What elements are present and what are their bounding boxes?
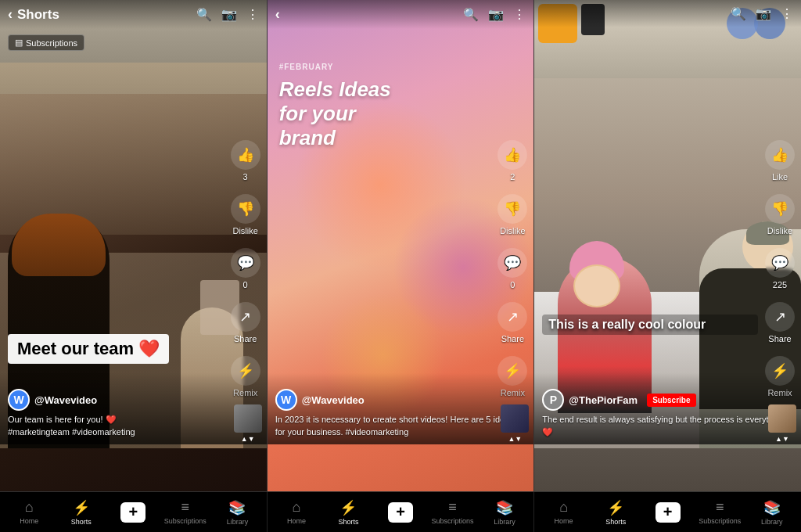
screen2-camera-icon[interactable]: 📷 bbox=[488, 7, 504, 22]
reels-text-overlay: #FEBRUARY Reels Ideasfor yourbrand bbox=[279, 63, 391, 157]
nav-library-1[interactable]: 📚 Library bbox=[211, 499, 264, 526]
screen2-channel-row: W @Wavevideo bbox=[275, 389, 526, 411]
screen1-top-bar: ‹ Shorts 🔍 📷 ⋮ bbox=[0, 0, 267, 29]
screen1-avatar: W bbox=[8, 389, 30, 411]
nav-subscriptions-2[interactable]: ≡ Subscriptions bbox=[426, 499, 479, 525]
nav-subscriptions-1[interactable]: ≡ Subscriptions bbox=[160, 499, 212, 525]
share-icon: ↗ bbox=[231, 302, 260, 332]
screen3-comments-icon: 💬 bbox=[765, 248, 795, 278]
screen2-comments-count: 0 bbox=[510, 280, 515, 289]
screen3-right-actions: 👍 Like 👎 Dislike 💬 225 ↗ Share ⚡ Remix bbox=[765, 140, 795, 397]
screen3-avatar: P bbox=[542, 389, 564, 411]
screen3-channel-name[interactable]: @ThePiorFam bbox=[569, 394, 638, 406]
subscriptions-icon-2: ≡ bbox=[448, 499, 457, 516]
shorts-icon-2: ⚡ bbox=[339, 499, 357, 516]
meet-team-banner: Meet our team ❤️ bbox=[8, 334, 169, 364]
nav-home-3[interactable]: ⌂ Home bbox=[537, 499, 590, 525]
screen1-channel-name[interactable]: @Wavevideo bbox=[34, 394, 97, 406]
home-label-1: Home bbox=[20, 517, 38, 525]
library-icon-3: 📚 bbox=[763, 499, 781, 516]
screen3-like-action[interactable]: 👍 Like bbox=[765, 140, 795, 182]
dislike-label: Dislike bbox=[232, 226, 257, 235]
screen3-share-action[interactable]: ↗ Share bbox=[765, 302, 795, 343]
camera-icon[interactable]: 📷 bbox=[221, 7, 237, 22]
add-icon-1: + bbox=[120, 502, 145, 523]
shorts-icon-3: ⚡ bbox=[607, 499, 624, 516]
share-action[interactable]: ↗ Share bbox=[231, 302, 260, 343]
back-button[interactable]: ‹ bbox=[8, 6, 13, 23]
screen2-like-count: 2 bbox=[510, 172, 515, 182]
nav-shorts-2[interactable]: ⚡ Shorts bbox=[322, 499, 375, 526]
subscriptions-label-1: Subscriptions bbox=[164, 517, 207, 525]
screen3-dislike-action[interactable]: 👎 Dislike bbox=[765, 194, 795, 235]
cool-colour-text: This is a really cool colour bbox=[542, 315, 758, 335]
screen2-search-icon[interactable]: 🔍 bbox=[463, 7, 479, 22]
like-icon: 👍 bbox=[231, 140, 260, 170]
nav-subscriptions-3[interactable]: ≡ Subscriptions bbox=[694, 499, 746, 525]
nav-section-1: ⌂ Home ⚡ Shorts + ≡ Subscriptions 📚 Libr… bbox=[0, 492, 268, 532]
screen3-top-icons: 🔍 📷 ⋮ bbox=[731, 6, 793, 21]
screen2-dislike-action[interactable]: 👎 Dislike bbox=[497, 194, 527, 235]
add-icon-3: + bbox=[656, 502, 681, 523]
nav-home-2[interactable]: ⌂ Home bbox=[271, 499, 323, 525]
screen2-share-label: Share bbox=[501, 334, 524, 343]
screen2-like-action[interactable]: 👍 2 bbox=[497, 140, 527, 182]
nav-add-1[interactable]: + bbox=[107, 502, 160, 523]
nav-home-1[interactable]: ⌂ Home bbox=[3, 499, 56, 525]
subscriptions-icon-3: ≡ bbox=[716, 499, 724, 516]
baby-face bbox=[573, 264, 620, 307]
screen3-camera-icon[interactable]: 📷 bbox=[756, 6, 771, 21]
screen2-back-button[interactable]: ‹ bbox=[275, 6, 280, 23]
shorts-label-3: Shorts bbox=[605, 518, 626, 526]
subscriptions-icon-1: ≡ bbox=[181, 499, 190, 516]
add-icon-2: + bbox=[388, 502, 413, 523]
library-icon-1: 📚 bbox=[228, 499, 246, 516]
screen2-thumbnail bbox=[501, 404, 529, 433]
subscriptions-icon: ▤ bbox=[15, 38, 23, 48]
screen3-search-icon[interactable]: 🔍 bbox=[731, 6, 746, 21]
comments-icon: 💬 bbox=[231, 248, 260, 278]
screen1-top-icons: 🔍 📷 ⋮ bbox=[196, 7, 259, 22]
meet-team-overlay: Meet our team ❤️ bbox=[8, 334, 169, 370]
home-label-3: Home bbox=[555, 517, 573, 525]
screen3-thumbs: ▲▼ bbox=[768, 404, 796, 443]
screen2-share-action[interactable]: ↗ Share bbox=[497, 302, 527, 343]
screen1: ‹ Shorts 🔍 📷 ⋮ ▤ Subscriptions 👍 3 👎 Dis… bbox=[0, 0, 268, 491]
shorts-label-2: Shorts bbox=[338, 518, 358, 526]
screen2-comments-action[interactable]: 💬 0 bbox=[497, 248, 527, 289]
screen1-description: Our team is here for you! ❤️#marketingte… bbox=[8, 414, 259, 438]
dislike-action[interactable]: 👎 Dislike bbox=[231, 194, 260, 235]
nav-library-3[interactable]: 📚 Library bbox=[745, 499, 798, 526]
bottom-navigation: ⌂ Home ⚡ Shorts + ≡ Subscriptions 📚 Libr… bbox=[0, 491, 801, 532]
nav-add-2[interactable]: + bbox=[375, 502, 427, 523]
screen2-top-bar: ‹ 🔍 📷 ⋮ bbox=[268, 0, 534, 29]
screen1-bottom-info: W @Wavevideo Our team is here for you! ❤… bbox=[0, 373, 267, 444]
subscribe-button[interactable]: Subscribe bbox=[647, 394, 695, 407]
more-icon[interactable]: ⋮ bbox=[246, 7, 259, 22]
screen3-more-icon[interactable]: ⋮ bbox=[781, 6, 793, 21]
comments-action[interactable]: 💬 0 bbox=[231, 248, 260, 289]
nav-library-2[interactable]: 📚 Library bbox=[479, 499, 531, 526]
home-icon-2: ⌂ bbox=[293, 499, 301, 516]
february-tag: #FEBRUARY bbox=[279, 63, 391, 71]
screens-container: ‹ Shorts 🔍 📷 ⋮ ▤ Subscriptions 👍 3 👎 Dis… bbox=[0, 0, 801, 491]
reels-title: Reels Ideasfor yourbrand bbox=[279, 77, 391, 151]
subscriptions-label: Subscriptions bbox=[26, 38, 77, 48]
nav-shorts-1[interactable]: ⚡ Shorts bbox=[56, 499, 108, 526]
screen2-more-icon[interactable]: ⋮ bbox=[513, 7, 526, 22]
screen2-channel-name[interactable]: @Wavevideo bbox=[302, 394, 365, 406]
library-label-1: Library bbox=[227, 518, 249, 526]
search-icon[interactable]: 🔍 bbox=[196, 7, 212, 22]
nav-add-3[interactable]: + bbox=[641, 502, 694, 523]
screen2-top-icons: 🔍 📷 ⋮ bbox=[463, 7, 526, 22]
screen3-comments-count: 225 bbox=[773, 280, 787, 289]
screen3-channel-row: P @ThePiorFam Subscribe bbox=[542, 389, 793, 411]
nav-shorts-3[interactable]: ⚡ Shorts bbox=[590, 499, 642, 526]
shorts-label-1: Shorts bbox=[71, 518, 92, 526]
like-action[interactable]: 👍 3 bbox=[231, 140, 260, 182]
cool-colour-overlay: This is a really cool colour bbox=[542, 315, 758, 335]
screen2-like-icon: 👍 bbox=[497, 140, 527, 170]
subscriptions-badge[interactable]: ▤ Subscriptions bbox=[8, 34, 84, 51]
screen2-description: In 2023 it is necessary to create short … bbox=[275, 414, 526, 438]
screen3-comments-action[interactable]: 💬 225 bbox=[765, 248, 795, 289]
